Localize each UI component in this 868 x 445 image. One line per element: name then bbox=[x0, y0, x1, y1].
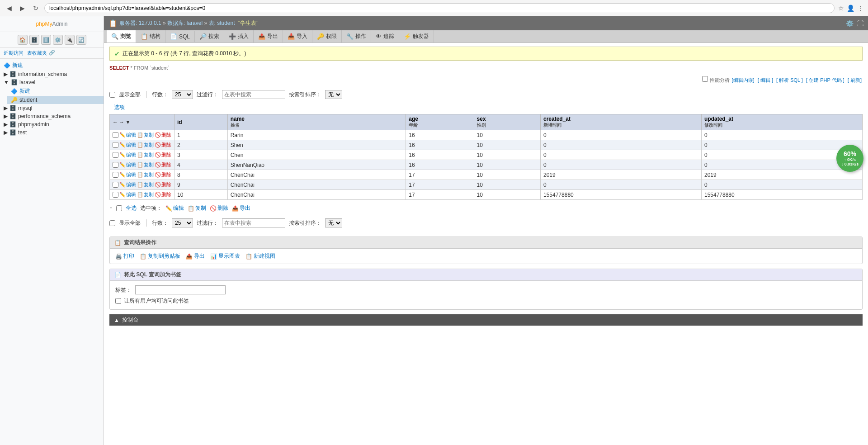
reload-button[interactable]: ↻ bbox=[31, 4, 41, 13]
tree-item-test[interactable]: ▶ 🗄️ test bbox=[0, 128, 104, 137]
row-edit-link[interactable]: ✏️编辑 bbox=[119, 161, 136, 168]
bottom-edit-link[interactable]: ✏️ 编辑 bbox=[165, 204, 184, 212]
profile-button[interactable]: 👤 bbox=[847, 5, 854, 12]
row-edit-link[interactable]: ✏️编辑 bbox=[119, 191, 136, 198]
row-copy-link[interactable]: 📋复制 bbox=[137, 142, 154, 148]
col-header-sex[interactable]: sex 性别 bbox=[474, 114, 540, 130]
row-delete-link[interactable]: 🚫删除 bbox=[155, 142, 171, 148]
row-edit-link[interactable]: ✏️编辑 bbox=[119, 171, 136, 178]
row-checkbox[interactable] bbox=[113, 172, 118, 178]
row-copy-link[interactable]: 📋复制 bbox=[137, 191, 154, 198]
bookmark-public-checkbox[interactable] bbox=[115, 298, 121, 304]
nav-prev-icon[interactable]: ← bbox=[113, 119, 118, 125]
tab-insert[interactable]: ➕ 插入 bbox=[224, 30, 254, 43]
tab-privileges[interactable]: 🔑 权限 bbox=[312, 30, 342, 43]
nav-next-icon[interactable]: → bbox=[119, 119, 124, 125]
menu-button[interactable]: ⋮ bbox=[857, 5, 863, 12]
show-chart-link[interactable]: 📊 显示图表 bbox=[210, 252, 240, 260]
tree-item-mysql[interactable]: ▶ 🗄️ mysql bbox=[0, 104, 104, 112]
row-copy-link[interactable]: 📋复制 bbox=[137, 171, 154, 178]
copy-clipboard-link[interactable]: 📋 复制到剪贴板 bbox=[140, 252, 180, 260]
url-bar[interactable] bbox=[44, 3, 835, 13]
topbar-settings-button[interactable]: ⚙️ bbox=[846, 20, 854, 27]
row-checkbox[interactable] bbox=[113, 192, 118, 198]
sort-select-bottom[interactable]: 无 bbox=[325, 218, 342, 227]
row-checkbox[interactable] bbox=[113, 162, 118, 168]
filter-input-top[interactable] bbox=[222, 90, 285, 99]
row-count-select-top[interactable]: 25 50 100 bbox=[172, 90, 193, 99]
tree-item-laravel[interactable]: ▼ 🗄️ laravel bbox=[0, 78, 104, 86]
star-button[interactable]: ☆ bbox=[838, 5, 844, 12]
col-header-id[interactable]: id bbox=[175, 114, 228, 130]
row-checkbox[interactable] bbox=[113, 182, 118, 188]
print-link[interactable]: 🖨️ 打印 bbox=[115, 252, 134, 260]
perf-parse-sql[interactable]: [ 解析 SQL ] bbox=[776, 77, 803, 83]
forward-button[interactable]: ▶ bbox=[18, 4, 27, 13]
tab-operations[interactable]: 🔧 操作 bbox=[342, 30, 371, 43]
row-count-select-bottom[interactable]: 25 50 100 bbox=[172, 218, 193, 227]
row-edit-link[interactable]: ✏️编辑 bbox=[119, 132, 136, 138]
tree-item-phpmyadmin[interactable]: ▶ 🗄️ phpmyadmin bbox=[0, 120, 104, 128]
row-delete-link[interactable]: 🚫删除 bbox=[155, 191, 171, 198]
row-copy-link[interactable]: 📋复制 bbox=[137, 132, 154, 138]
perf-edit-inline[interactable]: [编辑内嵌] bbox=[732, 77, 755, 83]
export-results-link[interactable]: 📤 导出 bbox=[186, 252, 205, 260]
row-edit-link[interactable]: ✏️编辑 bbox=[119, 142, 136, 148]
row-delete-link[interactable]: 🚫删除 bbox=[155, 161, 171, 168]
row-edit-link[interactable]: ✏️编辑 bbox=[119, 181, 136, 188]
tab-export[interactable]: 📤 导出 bbox=[254, 30, 283, 43]
row-copy-link[interactable]: 📋复制 bbox=[137, 181, 154, 188]
breadcrumb-server[interactable]: 服务器: 127.0.0.1 bbox=[119, 20, 161, 26]
perf-refresh[interactable]: [ 刷新] bbox=[848, 77, 862, 83]
settings-icon[interactable]: ⚙️ bbox=[53, 35, 63, 45]
info-icon[interactable]: ℹ️ bbox=[41, 35, 51, 45]
row-checkbox[interactable] bbox=[113, 142, 118, 148]
db-icon[interactable]: 🗄️ bbox=[29, 35, 39, 45]
options-row[interactable]: + 选项 bbox=[109, 104, 863, 111]
row-checkbox[interactable] bbox=[113, 132, 118, 138]
topbar-fullscreen-button[interactable]: ⛶ bbox=[857, 20, 863, 27]
sort-dropdown-icon[interactable]: ▼ bbox=[125, 119, 131, 125]
perf-edit[interactable]: [ 编辑 ] bbox=[758, 77, 773, 83]
refresh-icon[interactable]: 🔄 bbox=[76, 35, 86, 45]
tree-item-information-schema[interactable]: ▶ 🗄️ information_schema bbox=[0, 70, 104, 78]
tab-structure[interactable]: 📋 结构 bbox=[136, 30, 165, 43]
new-view-link[interactable]: 📋 新建视图 bbox=[245, 252, 275, 260]
plugin-icon[interactable]: 🔌 bbox=[65, 35, 75, 45]
row-edit-link[interactable]: ✏️编辑 bbox=[119, 151, 136, 158]
row-copy-link[interactable]: 📋复制 bbox=[137, 151, 154, 158]
filter-input-bottom[interactable] bbox=[222, 218, 285, 227]
bottom-delete-link[interactable]: 🚫 删除 bbox=[210, 204, 228, 212]
col-header-age[interactable]: age 年龄 bbox=[406, 114, 474, 130]
tree-new-top[interactable]: 🔷 新建 bbox=[0, 61, 104, 70]
bookmark-label-input[interactable] bbox=[135, 285, 226, 294]
recent-link[interactable]: 近期访问 bbox=[4, 50, 24, 57]
bottom-export-link[interactable]: 📤 导出 bbox=[232, 204, 250, 212]
console-bar[interactable]: ▲ 控制台 bbox=[109, 314, 863, 326]
perf-checkbox[interactable] bbox=[702, 76, 708, 82]
breadcrumb-table[interactable]: 表: student bbox=[209, 20, 235, 26]
perf-create-php[interactable]: [ 创建 PHP 代码 ] bbox=[806, 77, 844, 83]
show-all-checkbox-bottom[interactable] bbox=[109, 220, 115, 226]
row-checkbox[interactable] bbox=[113, 152, 118, 158]
show-all-checkbox-top[interactable] bbox=[109, 92, 115, 98]
favorites-link[interactable]: 表收藏夹 bbox=[27, 50, 47, 57]
select-all-link[interactable]: 全选 bbox=[126, 204, 137, 212]
tree-item-performance-schema[interactable]: ▶ 🗄️ performance_schema bbox=[0, 112, 104, 120]
back-button[interactable]: ◀ bbox=[5, 4, 14, 13]
breadcrumb-database[interactable]: 数据库: laravel bbox=[167, 20, 203, 26]
col-header-name[interactable]: name 姓名 bbox=[227, 114, 406, 130]
tab-trace[interactable]: 👁 追踪 bbox=[371, 30, 399, 43]
bottom-copy-link[interactable]: 📋 复制 bbox=[188, 204, 206, 212]
row-delete-link[interactable]: 🚫删除 bbox=[155, 132, 171, 138]
col-header-created-at[interactable]: created_at 新增时间 bbox=[541, 114, 702, 130]
row-delete-link[interactable]: 🚫删除 bbox=[155, 151, 171, 158]
tab-triggers[interactable]: ⚡ 触发器 bbox=[399, 30, 434, 43]
tree-item-student[interactable]: 🔑 student bbox=[7, 96, 104, 104]
sort-select-top[interactable]: 无 bbox=[325, 90, 342, 99]
col-header-updated-at[interactable]: updated_at 修改时间 bbox=[701, 114, 862, 130]
select-all-checkbox[interactable] bbox=[116, 205, 122, 211]
row-delete-link[interactable]: 🚫删除 bbox=[155, 171, 171, 178]
tab-browse[interactable]: 🔍 浏览 bbox=[107, 30, 136, 43]
tree-new-laravel[interactable]: 🔷 新建 bbox=[7, 86, 104, 96]
